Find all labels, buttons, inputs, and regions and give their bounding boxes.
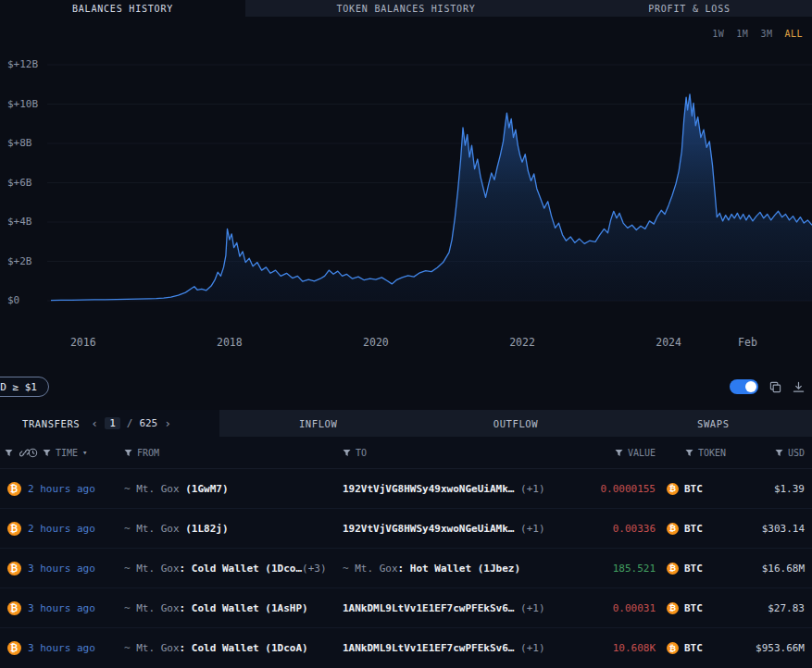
clock-icon	[28, 448, 38, 458]
total-pages: 625	[139, 417, 157, 429]
transfer-time[interactable]: 3 hours ago	[28, 563, 124, 575]
transfer-usd: $16.68M	[741, 563, 812, 575]
btc-token-icon: ₿	[667, 642, 679, 654]
x-axis-tick-label: 2024	[656, 336, 681, 349]
token-symbol: BTC	[684, 642, 703, 654]
y-axis-tick-label: $+6B	[7, 177, 32, 189]
transfer-to[interactable]: ~ Mt. Gox: Hot Wallet (1Jbez)	[343, 563, 600, 575]
transfer-value: 0.0000155	[600, 483, 659, 495]
y-axis-tick-label: $+12B	[7, 58, 38, 70]
transfer-value: 185.521	[600, 563, 659, 575]
transfer-usd: $27.83	[741, 602, 812, 614]
transfer-token[interactable]: ₿ BTC	[659, 523, 741, 535]
transfer-from[interactable]: ~ Mt. Gox (1L82j)	[124, 523, 343, 535]
column-header-to[interactable]: TO	[343, 448, 600, 458]
current-page[interactable]: 1	[105, 417, 120, 429]
btc-chain-icon: ₿	[7, 641, 21, 655]
tab-transfers[interactable]: TRANSFERS ‹ 1 / 625 ›	[0, 410, 219, 437]
column-header-value[interactable]: VALUE	[600, 448, 659, 458]
x-axis-tick-label: 2016	[70, 336, 96, 349]
caret-down-icon: ▾	[82, 448, 87, 457]
page-separator: /	[127, 417, 133, 429]
btc-chain-icon: ₿	[7, 482, 21, 496]
transfer-time[interactable]: 3 hours ago	[28, 642, 124, 654]
y-axis-tick-label: $+10B	[7, 98, 38, 110]
table-row[interactable]: ₿ 3 hours ago ~ Mt. Gox: Cold Wallet (1D…	[0, 628, 812, 668]
table-row[interactable]: ₿ 3 hours ago ~ Mt. Gox: Cold Wallet (1A…	[0, 588, 812, 628]
column-header-usd[interactable]: USD	[741, 448, 812, 458]
top-tab-bar: BALANCES HISTORY TOKEN BALANCES HISTORY …	[0, 0, 812, 17]
transfers-table-header: TIME ▾ FROM TO VALUE TOKEN USD	[0, 437, 812, 469]
btc-chain-icon: ₿	[7, 601, 21, 615]
transfer-usd: $953.66M	[741, 642, 812, 654]
token-symbol: BTC	[684, 602, 703, 614]
transfer-to[interactable]: 192VtVjVG8HWSy49xwoNGeUiAMk… (+1)	[343, 483, 600, 495]
btc-token-icon: ₿	[667, 563, 679, 575]
transfer-time[interactable]: 2 hours ago	[28, 483, 124, 495]
transfer-token[interactable]: ₿ BTC	[659, 483, 741, 495]
transfer-time[interactable]: 2 hours ago	[28, 523, 124, 535]
tab-balances-history[interactable]: BALANCES HISTORY	[0, 0, 245, 17]
x-axis-tick-label: 2018	[217, 336, 243, 349]
table-row[interactable]: ₿ 3 hours ago ~ Mt. Gox: Cold Wallet (1D…	[0, 549, 812, 588]
transfer-from[interactable]: ~ Mt. Gox (1GwM7)	[124, 483, 343, 495]
chart-plot-area[interactable]	[0, 17, 812, 365]
funnel-icon[interactable]	[5, 449, 13, 457]
token-header-label: TOKEN	[698, 448, 726, 458]
funnel-icon[interactable]	[43, 449, 51, 457]
transfer-from[interactable]: ~ Mt. Gox: Cold Wallet (1AsHP)	[124, 602, 343, 614]
range-3m[interactable]: 3M	[760, 29, 772, 39]
token-symbol: BTC	[684, 563, 703, 575]
column-header-time[interactable]: TIME ▾	[28, 448, 124, 458]
chart-controls	[730, 379, 805, 394]
funnel-icon[interactable]	[343, 449, 351, 457]
transfer-token[interactable]: ₿ BTC	[659, 642, 741, 654]
funnel-icon[interactable]	[615, 449, 623, 457]
balances-history-chart[interactable]: 1W1M3MALL $0$+2B$+4B$+6B$+8B$+10B$+12B20…	[0, 17, 812, 365]
funnel-icon[interactable]	[124, 449, 132, 457]
transfer-value: 0.00336	[600, 523, 659, 535]
tab-swaps[interactable]: SWAPS	[615, 410, 812, 437]
range-all[interactable]: ALL	[784, 29, 803, 39]
pagination: ‹ 1 / 625 ›	[91, 417, 171, 429]
tab-outflow[interactable]: OUTFLOW	[417, 410, 614, 437]
copy-icon[interactable]	[769, 381, 781, 393]
chevron-right-icon[interactable]: ›	[164, 417, 171, 429]
usd-filter-chip[interactable]: USD ≥ $1	[0, 377, 49, 397]
usd-header-label: USD	[788, 448, 805, 458]
tab-profit-loss[interactable]: PROFIT & LOSS	[567, 0, 812, 17]
tab-inflow[interactable]: INFLOW	[219, 410, 417, 437]
balance-area-fill	[51, 94, 812, 301]
range-1m[interactable]: 1M	[736, 29, 748, 39]
transfer-to[interactable]: 192VtVjVG8HWSy49xwoNGeUiAMk… (+1)	[343, 523, 600, 535]
funnel-icon[interactable]	[775, 449, 783, 457]
transfer-token[interactable]: ₿ BTC	[659, 563, 741, 575]
to-header-label: TO	[356, 448, 367, 458]
download-icon[interactable]	[793, 381, 805, 393]
column-header-from[interactable]: FROM	[124, 448, 343, 458]
transfers-tab-bar: TRANSFERS ‹ 1 / 625 › INFLOW OUTFLOW SWA…	[0, 410, 812, 437]
funnel-icon[interactable]	[685, 449, 693, 457]
chart-toggle[interactable]	[730, 379, 758, 394]
transfer-value: 10.608K	[600, 642, 659, 654]
transfers-table: ₿ 2 hours ago ~ Mt. Gox (1GwM7) 192VtVjV…	[0, 469, 812, 668]
transfer-to[interactable]: 1ANkDML9LtVv1E1EF7cwPFEkSv6… (+1)	[343, 602, 600, 614]
chevron-left-icon[interactable]: ‹	[91, 417, 98, 429]
btc-chain-icon: ₿	[7, 562, 21, 575]
transfer-from[interactable]: ~ Mt. Gox: Cold Wallet (1DcoA)	[124, 642, 343, 654]
table-row[interactable]: ₿ 2 hours ago ~ Mt. Gox (1GwM7) 192VtVjV…	[0, 469, 812, 509]
y-axis-tick-label: $0	[7, 294, 19, 306]
transfer-time[interactable]: 3 hours ago	[28, 602, 124, 614]
transfer-from[interactable]: ~ Mt. Gox: Cold Wallet (1Dco…(+3)	[124, 563, 343, 575]
value-header-label: VALUE	[628, 448, 656, 458]
token-symbol: BTC	[684, 523, 703, 535]
table-row[interactable]: ₿ 2 hours ago ~ Mt. Gox (1L82j) 192VtVjV…	[0, 509, 812, 549]
toggle-knob	[745, 381, 756, 392]
transfer-token[interactable]: ₿ BTC	[659, 602, 741, 614]
tab-token-balances-history[interactable]: TOKEN BALANCES HISTORY	[245, 0, 567, 17]
time-range-selector: 1W1M3MALL	[712, 29, 803, 39]
transfer-to[interactable]: 1ANkDML9LtVv1E1EF7cwPFEkSv6… (+1)	[343, 642, 600, 654]
range-1w[interactable]: 1W	[712, 29, 724, 39]
column-header-token[interactable]: TOKEN	[659, 448, 741, 458]
btc-token-icon: ₿	[667, 523, 679, 535]
